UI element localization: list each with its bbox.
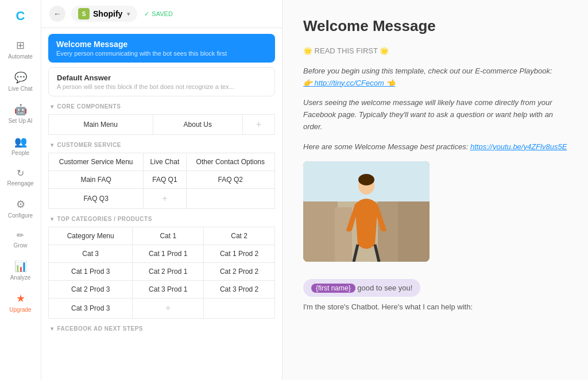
page-title: Welcome Message [303,17,567,35]
sidebar-item-configure[interactable]: ⚙ Configure [3,193,38,223]
table-cell-cat2-prod2[interactable]: Cat 2 Prod 2 [204,263,275,281]
core-components-table: Main Menu About Us + [48,114,275,135]
blocks-list: Welcome Message Every person communicati… [41,28,282,380]
default-block-title: Default Answer [57,73,266,82]
default-answer-block[interactable]: Default Answer A person will see this bl… [48,67,275,96]
saved-status: ✓ SAVED [144,10,172,18]
add-core-button[interactable]: + [242,115,274,135]
welcome-block-subtitle: Every person communicating with the bot … [56,50,267,57]
shopify-name: Shopify [93,9,122,18]
app-logo: C [11,7,30,25]
customer-service-label: CUSTOMER SERVICE [51,142,275,148]
sidebar-item-setup-ai[interactable]: 🤖 Set Up AI [3,99,38,129]
left-navigation: C ⊞ Automate 💬 Live Chat 🤖 Set Up AI 👥 P… [0,0,41,380]
saved-text: SAVED [152,10,172,17]
welcome-block-title: Welcome Message [56,40,267,49]
table-cell-empty-cs [186,189,274,209]
default-block-subtitle: A person will see this block if the bot … [57,83,266,90]
automate-icon: ⊞ [16,39,25,52]
add-categories-button[interactable]: + [133,298,204,319]
youtube-link[interactable]: https://youtu.be/y4ZFlv8us5E [470,142,567,151]
table-cell-cat3-prod1[interactable]: Cat 3 Prod 1 [133,281,204,298]
sidebar-item-automate[interactable]: ⊞ Automate [3,34,38,64]
table-cell-live-chat[interactable]: Live Chat [144,153,186,171]
right-content-panel: Welcome Message 🌟 READ THIS FIRST 🌟 Befo… [283,0,588,380]
table-cell-about-us[interactable]: About Us [153,115,242,135]
upgrade-icon: ★ [16,292,25,305]
add-cs-button[interactable]: + [144,189,186,209]
table-cell-other-contact[interactable]: Other Contact Options [186,153,274,171]
table-cell-cat1-prod3[interactable]: Cat 1 Prod 3 [49,263,133,281]
configure-icon: ⚙ [16,198,25,211]
table-cell-faq-q1[interactable]: FAQ Q1 [144,171,186,189]
shopify-icon: S [78,8,90,20]
setup-ai-label: Set Up AI [8,118,32,124]
table-cell-category-menu[interactable]: Category Menu [49,227,133,245]
reengage-label: Reengage [7,180,33,187]
grow-icon: ✏ [17,230,24,241]
back-button[interactable]: ← [49,6,65,22]
para3-text: Here are some Welcome Message best pract… [303,141,567,153]
middle-header: ← S Shopify ▾ ✓ SAVED [41,0,282,28]
chat-bubble-area: {first name} good to see you! I'm the st… [303,271,567,313]
grow-label: Grow [14,242,28,249]
table-cell-cat2[interactable]: Cat 2 [204,227,275,245]
greeting-text: good to see you! [355,284,413,292]
table-cell-cat1[interactable]: Cat 1 [133,227,204,245]
playbook-link[interactable]: 👉 http://tiny.cc/CFecom 👈 [303,79,395,87]
chat-body-text: I'm the store's Chatbot. Here's what I c… [303,301,567,313]
table-cell-cat2-prod3[interactable]: Cat 2 Prod 3 [49,281,133,298]
upgrade-label: Upgrade [9,307,31,313]
table-cell-faq-q3[interactable]: FAQ Q3 [49,189,144,209]
sidebar-item-people[interactable]: 👥 People [3,131,38,161]
table-cell-cat1-prod1[interactable]: Cat 1 Prod 1 [133,245,204,263]
svg-rect-4 [378,201,398,262]
blocks-panel: ← S Shopify ▾ ✓ SAVED Welcome Message Ev… [41,0,283,380]
para1-text: Before you begin using this template, ch… [303,65,567,90]
sidebar-item-upgrade[interactable]: ★ Upgrade [3,288,38,317]
setup-ai-icon: 🤖 [14,103,27,116]
welcome-image [303,161,430,262]
read-first-text: 🌟 READ THIS FIRST 🌟 [303,45,567,57]
reengage-icon: ↻ [17,168,24,179]
svg-rect-1 [303,196,338,262]
sidebar-item-grow[interactable]: ✏ Grow [3,226,38,253]
chat-greeting-bubble: {first name} good to see you! [303,279,420,297]
para2-text: Users seeing the welcome message will li… [303,97,567,133]
sidebar-item-reengage[interactable]: ↻ Reengage [3,163,38,191]
core-components-label: CORE COMPONENTS [51,103,275,110]
table-cell-main-menu[interactable]: Main Menu [49,115,153,135]
table-cell-cat3-prod2[interactable]: Cat 3 Prod 2 [204,281,275,298]
categories-table: Category Menu Cat 1 Cat 2 Cat 3 Cat 1 Pr… [48,227,275,319]
check-icon: ✓ [144,10,149,18]
table-cell-empty-cat [204,298,275,319]
shopify-caret-icon: ▾ [127,10,130,18]
customer-service-table: Customer Service Menu Live Chat Other Co… [48,153,275,209]
analyze-label: Analyze [10,274,31,281]
analyze-icon: 📊 [14,260,27,273]
table-cell-cat3-prod3[interactable]: Cat 3 Prod 3 [49,298,133,319]
live-chat-label: Live Chat [8,86,32,92]
facebook-ad-label: FACEBOOK AD NEXT STEPS [51,325,275,332]
table-cell-main-faq[interactable]: Main FAQ [49,171,144,189]
table-cell-cat1-prod2[interactable]: Cat 1 Prod 2 [204,245,275,263]
welcome-message-block[interactable]: Welcome Message Every person communicati… [48,34,275,63]
table-cell-cat2-prod1[interactable]: Cat 2 Prod 1 [133,263,204,281]
table-cell-cat3[interactable]: Cat 3 [49,245,133,263]
shopify-badge[interactable]: S Shopify ▾ [71,6,137,22]
people-icon: 👥 [14,135,27,148]
configure-label: Configure [8,212,33,219]
table-cell-faq-q2[interactable]: FAQ Q2 [186,171,274,189]
automate-label: Automate [8,53,33,60]
table-cell-cs-menu[interactable]: Customer Service Menu [49,153,144,171]
live-chat-icon: 💬 [14,71,27,84]
first-name-variable: {first name} [311,284,355,293]
svg-point-7 [358,174,374,185]
svg-rect-3 [335,207,352,262]
sidebar-item-live-chat[interactable]: 💬 Live Chat [3,67,38,96]
sidebar-item-analyze[interactable]: 📊 Analyze [3,255,38,285]
top-categories-label: TOP CATEGORIES / PRODUCTS [51,216,275,222]
people-label: People [11,150,29,156]
